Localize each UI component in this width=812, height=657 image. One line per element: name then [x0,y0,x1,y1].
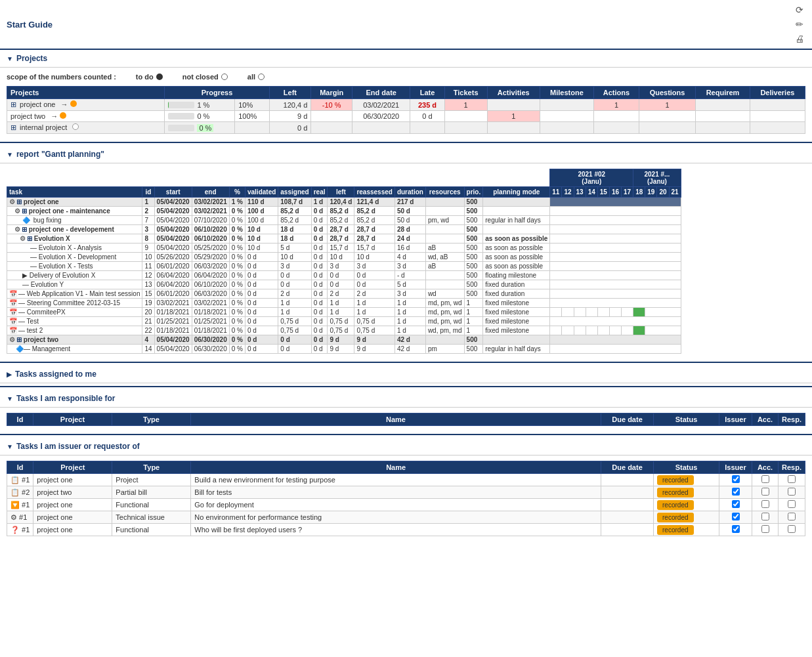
task-pct: 0 % [229,225,245,234]
th-acc: Acc. [752,461,779,474]
th-acc: Acc. [752,413,779,426]
task-prio: 500 [464,234,483,244]
refresh-icon[interactable]: ⟳ [794,4,805,16]
tasks-responsible-header[interactable]: ▼ Tasks I am responsible for [0,390,812,408]
task-duration: 217 d [395,198,425,207]
task-start: 05/04/2020 [154,244,192,253]
task-resp-check[interactable] [779,486,805,499]
th-resp: Resp. [779,461,805,474]
task-assigned: 18 d [278,234,311,244]
th-activities: Activities [487,87,540,99]
task-pct: 0 % [229,335,245,345]
task-id: 7 [142,216,154,225]
task-mode: fixed milestone [483,299,550,308]
gantt-section-header[interactable]: ▼ report "Gantt planning" [0,146,812,163]
spacer [7,169,550,187]
task-id: 10 [142,253,154,262]
task-issuer-check[interactable] [719,499,752,511]
task-validated: 10 d [245,225,278,234]
tasks-assigned-header[interactable]: ▶ Tasks assigned to me [0,366,812,383]
task-issuer-check[interactable] [719,511,752,524]
table-row: ⚙⊞ project one 1 05/04/2020 03/02/2021 1… [7,198,681,207]
top-icons: ⟳ ✏ 🖨 [794,4,805,45]
projects-section-header[interactable]: ▼ Projects [0,50,812,68]
deliveries [750,122,805,134]
scope-all[interactable]: all [247,73,265,81]
task-acc-check[interactable] [752,499,779,511]
task-assigned: 0,75 d [278,326,311,335]
edit-icon[interactable]: ✏ [794,18,805,30]
task-acc-check[interactable] [752,474,779,486]
task-resp-check[interactable] [779,524,805,536]
task-resources: wd [425,289,464,299]
scope-notclosed[interactable]: not closed [182,73,228,81]
gantt-d17 [622,308,633,317]
questions [639,111,696,122]
task-acc-check[interactable] [752,524,779,536]
task-type: Project [112,474,191,486]
task-mode [483,207,550,216]
task-duration: 3 d [395,289,425,299]
table-row: 📅— Test 21 01/25/2021 01/25/2021 0 % 0 d… [7,317,681,326]
task-validated: 0 d [245,308,278,317]
task-project: project one [33,511,112,524]
task-pct: 0 % [229,253,245,262]
task-name: — Evolution Y [7,280,142,289]
task-assigned: 18 d [278,225,311,234]
task-left: 3 d [328,262,354,271]
task-id: 📋 #2 [7,486,33,499]
print-icon[interactable]: 🖨 [794,33,805,45]
task-resp-check[interactable] [779,511,805,524]
task-resp-check[interactable] [779,499,805,511]
scope-todo[interactable]: to do [136,73,163,81]
scope-all-radio[interactable] [258,74,265,80]
gantt-d13 [574,326,586,335]
task-id: 14 [142,345,154,354]
task-due-date [601,511,654,524]
task-reassessed: 85,2 d [354,216,395,225]
gantt-d12 [562,326,574,335]
gantt-d16 [609,326,621,335]
task-issuer-check[interactable] [719,474,752,486]
scope-notclosed-radio[interactable] [221,74,228,80]
task-name: Who will be first deployed users ? [191,524,601,536]
task-resources [425,225,464,234]
th-d11: 11 [550,187,562,198]
th-pct: % [229,187,245,198]
scope-todo-radio[interactable] [156,74,163,80]
task-assigned: 85,2 d [278,216,311,225]
task-issuer-check[interactable] [719,524,752,536]
consumed [235,122,269,134]
gantt-bar [550,335,681,345]
task-acc-check[interactable] [752,486,779,499]
task-real: 0 d [311,326,328,335]
task-reassessed: 28,7 d [354,225,395,234]
task-resp-check[interactable] [779,474,805,486]
table-row: ⚙⊞ project two 4 05/04/2020 06/30/2020 0… [7,335,681,345]
task-acc-check[interactable] [752,511,779,524]
task-start: 05/26/2020 [154,253,192,262]
th-task: task [7,187,142,198]
task-left: 1 d [328,299,354,308]
late [410,122,444,134]
task-issuer-check[interactable] [719,486,752,499]
late: 0 d [410,111,444,122]
task-type: Partial bill [112,486,191,499]
task-reassessed: 9 d [354,345,395,354]
expand-icon[interactable]: ⊞ [11,100,16,108]
tasks-issuer-header[interactable]: ▼ Tasks I am issuer or requestor of [0,438,812,456]
task-resources: wd, aB [425,253,464,262]
task-end: 07/10/2020 [192,216,229,225]
task-mode [483,225,550,234]
table-row: ⚙ #1 project one Technical issue No envi… [7,511,805,524]
divider-1 [0,142,812,143]
task-duration: 50 d [395,207,425,216]
task-id: 9 [142,244,154,253]
th-status: Status [654,413,719,426]
expand-icon[interactable]: ⊞ [11,123,16,131]
task-status: recorded [654,524,719,536]
task-validated: 110 d [245,198,278,207]
th-validated: validated [245,187,278,198]
task-real: 0 d [311,280,328,289]
task-id: 3 [142,225,154,234]
